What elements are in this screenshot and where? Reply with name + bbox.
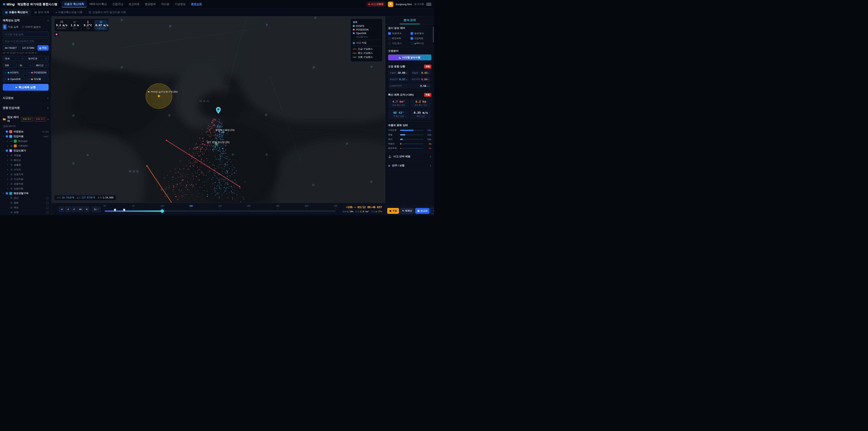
vessel-spec-panel[interactable]: ⚓ 사고 선박 제원 ▸ [385, 152, 434, 161]
step-back-button[interactable]: ◀ [65, 207, 70, 212]
model-chip-2[interactable]: ✓POSEIDON [26, 70, 49, 75]
layer-style-icon[interactable] [46, 211, 49, 214]
skip-end-button[interactable]: ▶| [84, 207, 90, 212]
layer-toggle[interactable] [10, 168, 12, 171]
layer-toggle[interactable] [6, 192, 8, 194]
unit-select[interactable]: kL▾ [18, 63, 33, 68]
logout-button[interactable]: 로그아웃 [414, 2, 424, 6]
nav-item-4[interactable]: 보고자료 [126, 1, 142, 7]
checkbox-icon[interactable]: ✓ [410, 37, 413, 40]
layer-row-6[interactable]: ▸계절별 [1, 153, 50, 158]
save-button[interactable]: ▣저장 [387, 208, 399, 214]
polygon-analysis-button[interactable]: ◺ 다각형 분석수행 [388, 55, 431, 60]
recalculate-button[interactable]: ↻재계산 [400, 208, 414, 214]
layer-row-18[interactable]: 보령 [1, 210, 50, 215]
resource-marker-1[interactable] [222, 131, 224, 133]
display-option-6[interactable]: 날짜/시간 [410, 42, 432, 45]
layer-toggle[interactable] [6, 131, 8, 133]
tab-4[interactable]: ⓘ오일펜스 배치 알고리즘 이론 [86, 9, 129, 16]
boom-line-emergency[interactable] [166, 140, 240, 187]
fast-forward-button[interactable]: ▶▶ [78, 207, 83, 212]
report-button[interactable]: ▤보고서 [415, 208, 430, 214]
layer-toggle[interactable] [10, 159, 12, 161]
layer-row-19[interactable]: 부산 [1, 215, 50, 215]
pick-on-map-button[interactable]: ◎지도 [37, 45, 49, 51]
layer-toggle[interactable] [6, 135, 8, 137]
display-option-4[interactable]: ✓민감자원 [410, 37, 432, 40]
layer-toggle[interactable] [10, 188, 12, 190]
model-chip-3[interactable]: ✓OpenDrift [3, 76, 25, 82]
layer-row-17[interactable]: 목포 [1, 205, 50, 210]
layer-row-8[interactable]: ▸생물종 [1, 162, 50, 167]
all-layers-row[interactable]: 전체 레이어 [0, 124, 51, 129]
scrollbar[interactable] [433, 27, 434, 42]
layer-row-1[interactable]: 어장정보17,129 [1, 129, 50, 134]
nav-item-3[interactable]: 긴급구난 [110, 1, 126, 7]
layer-toggle[interactable] [6, 150, 8, 152]
checkbox-icon[interactable] [388, 37, 391, 40]
nav-item-6[interactable]: 게시판 [159, 1, 172, 7]
map-canvas[interactable]: ⚑ 여자만 습지보호구역 (6h) 9.2 m/s풍속 (SW)1.8 m파고9… [52, 16, 385, 203]
nav-item-1[interactable]: 유출유 확산예측 [62, 1, 86, 7]
nav-item-2[interactable]: HNS·대기확산 [87, 1, 110, 7]
notification-bell-button[interactable] [388, 2, 393, 7]
layer-toggle[interactable] [10, 178, 12, 180]
direct-input-radio[interactable]: 직접 입력 [3, 24, 19, 30]
checkbox-icon[interactable] [410, 42, 413, 45]
layer-row-13[interactable]: ▸산업자원 [1, 186, 50, 191]
layer-row-4[interactable]: ▸사회경제 [1, 144, 50, 148]
duration-select[interactable]: 48시간▾ [34, 63, 49, 68]
layer-toggle[interactable] [10, 154, 12, 156]
particle-style-toggle[interactable] [54, 32, 59, 37]
skip-start-button[interactable]: |◀ [59, 207, 64, 212]
checkbox-icon[interactable]: ✓ [410, 32, 413, 35]
layer-row-2[interactable]: ▾≈민감자원3,947 [1, 134, 50, 139]
image-upload-radio[interactable]: 이미지 업로드 [22, 24, 41, 30]
nav-item-7[interactable]: 기상정보 [172, 1, 188, 7]
accident-info-panel[interactable]: 사고정보 ▸ [0, 93, 51, 103]
layer-row-5[interactable]: ▾▦민감도평가 [1, 148, 50, 153]
layer-toggle[interactable] [10, 140, 12, 142]
layer-toggle[interactable] [10, 207, 12, 209]
layer-row-16[interactable]: 동해 [1, 201, 50, 205]
display-option-5[interactable]: 시간 표시 [388, 42, 409, 45]
accident-location-pin[interactable] [216, 107, 221, 114]
layer-row-11[interactable]: ▸수산자원 [1, 177, 50, 182]
layer-toggle[interactable] [10, 183, 12, 185]
all-layers-off-button[interactable]: 전체 끄기 [34, 117, 46, 121]
layer-toggle[interactable] [10, 211, 12, 213]
layer-row-10[interactable]: ▸보호지역 [1, 172, 50, 177]
collapse-icon[interactable]: ▾ [48, 19, 49, 22]
latitude-input[interactable] [3, 45, 19, 51]
nav-item-8[interactable]: 통합조회 [188, 1, 204, 7]
layer-row-3[interactable]: ▸환경생태 [1, 139, 50, 144]
layer-row-12[interactable]: ▸관광자원 [1, 182, 50, 186]
display-option-2[interactable]: ✓풍향/풍속 [410, 32, 432, 35]
boom-line-important[interactable] [147, 166, 172, 203]
amount-input[interactable] [3, 63, 17, 68]
menu-toggle-button[interactable] [426, 3, 431, 6]
layer-row-9[interactable]: ▸서식지 [1, 167, 50, 172]
layer-style-icon[interactable] [46, 207, 49, 209]
layer-toggle[interactable] [10, 145, 12, 147]
layer-toggle[interactable] [10, 173, 12, 175]
layer-toggle[interactable] [10, 197, 12, 199]
nav-item-5[interactable]: 항공탐색 [143, 1, 158, 7]
timeline-handle[interactable] [161, 210, 164, 213]
owner-insurance-panel[interactable]: ◈ 선주 / 보험 ▸ [385, 161, 434, 170]
layer-toggle[interactable] [10, 202, 12, 204]
all-layers-on-button[interactable]: 전체 켜기 [21, 117, 33, 121]
resource-marker-2[interactable] [215, 143, 217, 145]
layer-style-icon[interactable] [46, 202, 49, 204]
spill-type-select[interactable]: 연속▾ [3, 56, 25, 61]
collapse-icon[interactable]: ▾ [48, 118, 49, 120]
display-option-3[interactable]: 해안부착 [388, 37, 409, 40]
layer-style-icon[interactable] [46, 197, 49, 199]
play-button[interactable]: ▶ [71, 207, 77, 212]
tab-1[interactable]: ▥유출유 확산분석 [2, 9, 31, 16]
impact-resources-panel[interactable]: 영향 민감자원 ▸ [0, 103, 51, 113]
incident-name-input[interactable] [3, 32, 49, 37]
tab-2[interactable]: ▤분석 목록 [32, 9, 52, 16]
timeline-track[interactable] [105, 210, 336, 212]
model-chip-4[interactable]: ✓앙상블 [26, 76, 49, 82]
